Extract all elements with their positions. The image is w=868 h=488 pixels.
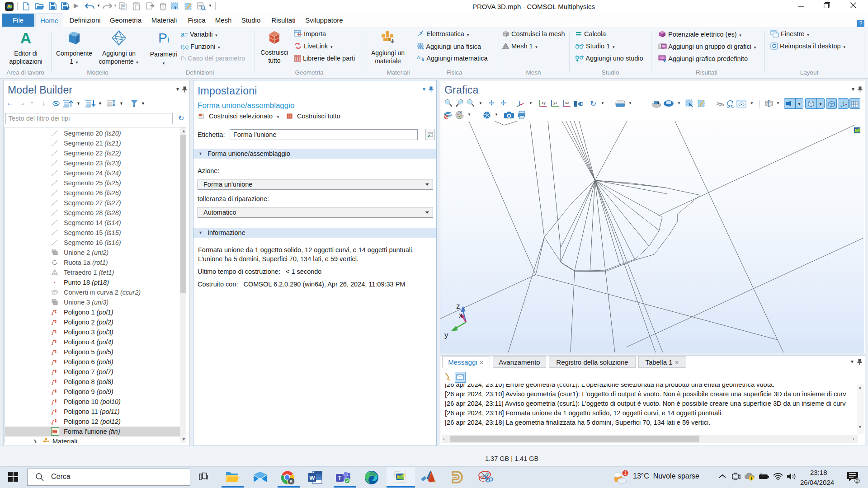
svg-text:x: x <box>459 311 463 319</box>
svg-text:xz: xz <box>565 100 570 105</box>
svg-text:T: T <box>338 475 342 481</box>
svg-text:z: z <box>456 302 460 310</box>
svg-text:W: W <box>309 474 315 481</box>
svg-text:yz: yz <box>553 100 558 105</box>
svg-text:2: 2 <box>856 478 859 483</box>
svg-text:1: 1 <box>624 471 627 476</box>
svg-text:Δ: Δ <box>417 55 420 60</box>
svg-text:xy: xy <box>542 100 546 105</box>
svg-text:R: R <box>290 479 293 484</box>
svg-text:!: ! <box>751 476 752 481</box>
svg-text:y: y <box>444 331 448 339</box>
